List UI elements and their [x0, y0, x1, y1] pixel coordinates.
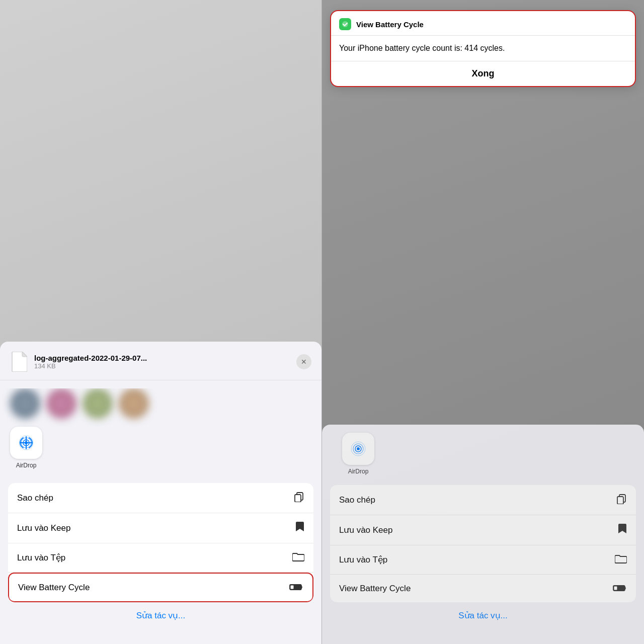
- right-sao-chep-label: Sao chép: [339, 495, 375, 505]
- right-blurred-app-3[interactable]: [463, 443, 495, 475]
- notification-title: View Battery Cycle: [356, 20, 424, 29]
- right-blurred-2: [423, 443, 455, 475]
- right-folder-icon: [615, 553, 627, 566]
- edit-tasks-link-right[interactable]: Sửa tác vụ...: [322, 602, 644, 629]
- share-sheet-right: AirDrop Sao chép: [322, 425, 644, 644]
- right-sao-chep-item[interactable]: Sao chép: [330, 485, 636, 515]
- notification-done-button[interactable]: Xong: [331, 61, 635, 86]
- battery-icon-left: [289, 582, 303, 593]
- left-panel: log-aggregated-2022-01-29-07... 134 KB ✕: [0, 0, 322, 644]
- edit-tasks-link-left[interactable]: Sửa tác vụ...: [0, 602, 321, 629]
- folder-icon: [292, 551, 304, 564]
- right-airdrop-label: AirDrop: [348, 468, 369, 475]
- luu-vao-tep-item[interactable]: Lưu vào Tệp: [8, 543, 313, 573]
- blurred-avatar-3: [83, 388, 113, 419]
- right-luu-vao-keep-item[interactable]: Lưu vào Keep: [330, 515, 636, 545]
- notification-body: Your iPhone battery cycle count is: 414 …: [331, 36, 635, 61]
- close-button[interactable]: ✕: [296, 354, 311, 369]
- right-blurred-app-1[interactable]: [382, 443, 415, 475]
- right-luu-vao-keep-label: Lưu vào Keep: [339, 525, 392, 535]
- right-battery-icon: [613, 583, 627, 594]
- right-panel: View Battery Cycle Your iPhone battery c…: [322, 0, 644, 644]
- notification-header: View Battery Cycle: [331, 11, 635, 36]
- right-airdrop-item[interactable]: AirDrop: [342, 433, 374, 475]
- blurred-app-1: [50, 437, 83, 469]
- airdrop-icon-box: [10, 427, 42, 459]
- file-details: log-aggregated-2022-01-29-07... 134 KB: [34, 354, 147, 370]
- view-battery-cycle-label-left: View Battery Cycle: [18, 583, 90, 593]
- copy-icon: [293, 491, 304, 505]
- right-airdrop-icon-box: [342, 433, 374, 465]
- luu-vao-keep-label: Lưu vào Keep: [17, 523, 70, 533]
- right-view-battery-cycle-item[interactable]: View Battery Cycle: [330, 575, 636, 602]
- blurred-app-3: [131, 437, 163, 469]
- view-battery-cycle-item-left[interactable]: View Battery Cycle: [8, 573, 313, 602]
- right-view-battery-cycle-label: View Battery Cycle: [339, 584, 411, 594]
- file-icon: [10, 351, 28, 373]
- right-bookmark-icon: [618, 523, 627, 537]
- airdrop-label: AirDrop: [16, 462, 37, 469]
- right-copy-icon: [616, 493, 627, 507]
- luu-vao-keep-item[interactable]: Lưu vào Keep: [8, 513, 313, 543]
- svg-rect-8: [291, 586, 294, 589]
- right-blurred-app-2[interactable]: [423, 443, 455, 475]
- blurred-app-item-1[interactable]: [50, 437, 83, 469]
- svg-rect-18: [614, 587, 617, 590]
- action-list-right: Sao chép Lưu vào Keep Lưu vào Tệp: [330, 485, 636, 602]
- svg-point-11: [357, 447, 360, 450]
- blurred-avatars: [0, 388, 321, 427]
- sao-chep-label: Sao chép: [17, 493, 53, 503]
- luu-vao-tep-label: Lưu vào Tệp: [17, 552, 65, 563]
- file-header: log-aggregated-2022-01-29-07... 134 KB ✕: [0, 342, 321, 380]
- contacts-section: AirDrop: [0, 380, 321, 477]
- file-name: log-aggregated-2022-01-29-07...: [34, 354, 147, 362]
- right-apps-section: AirDrop: [322, 425, 644, 479]
- notification-overlay: View Battery Cycle Your iPhone battery c…: [330, 10, 636, 87]
- right-blurred-1: [382, 443, 415, 475]
- airdrop-app-item[interactable]: AirDrop: [10, 427, 42, 469]
- notification-app-icon: [339, 18, 351, 30]
- file-info: log-aggregated-2022-01-29-07... 134 KB: [10, 351, 147, 373]
- bookmark-icon: [295, 521, 304, 535]
- right-blurred-3: [463, 443, 495, 475]
- blurred-avatar-4: [119, 388, 149, 419]
- blurred-avatar-2: [46, 388, 76, 419]
- right-luu-vao-tep-item[interactable]: Lưu vào Tệp: [330, 545, 636, 575]
- right-luu-vao-tep-label: Lưu vào Tệp: [339, 554, 387, 565]
- action-list-left: Sao chép Lưu vào Keep L: [8, 483, 313, 602]
- blurred-app-item-3[interactable]: [131, 437, 163, 469]
- sao-chep-item[interactable]: Sao chép: [8, 483, 313, 513]
- svg-rect-16: [617, 497, 623, 504]
- svg-rect-6: [295, 495, 301, 502]
- blurred-app-item-2[interactable]: [91, 437, 123, 469]
- share-apps-row: AirDrop: [0, 427, 321, 469]
- file-size: 134 KB: [34, 362, 147, 370]
- blurred-avatar-1: [10, 388, 40, 419]
- share-sheet-left: log-aggregated-2022-01-29-07... 134 KB ✕: [0, 342, 321, 644]
- right-share-apps-row: AirDrop: [332, 433, 634, 475]
- blurred-app-2: [91, 437, 123, 469]
